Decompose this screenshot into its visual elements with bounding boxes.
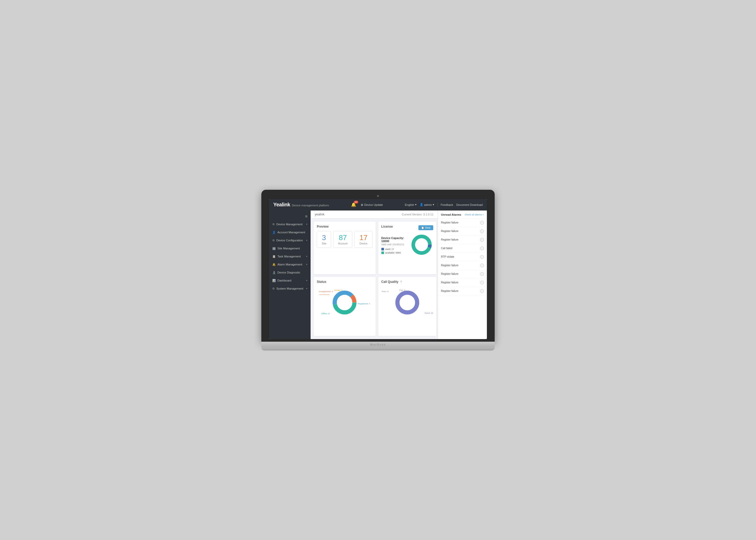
chevron-down-icon-dashboard: ▾ <box>306 279 308 282</box>
device-metric[interactable]: 17 Device <box>354 231 372 248</box>
device-value: 17 <box>359 234 367 242</box>
admin-user-icon: 👤 <box>420 203 423 206</box>
laptop-brand-label: MacBook <box>370 343 386 346</box>
sidebar-label-device-management: Device Management <box>276 223 303 226</box>
chevron-down-icon-config: ▾ <box>306 239 308 242</box>
callquality-help-icon[interactable]: ? <box>400 281 402 283</box>
alarm-info-icon[interactable]: i <box>480 238 484 242</box>
admin-chevron-icon: ▾ <box>433 203 434 206</box>
brand: Yealink Device management platform <box>273 202 329 207</box>
laptop-camera <box>377 195 379 197</box>
sidebar-item-dashboard[interactable]: 📊 Dashboard ▾ <box>269 277 311 285</box>
sidebar-item-device-management[interactable]: ⚙ Device Management ▾ <box>269 220 311 228</box>
license-donut-chart <box>410 233 433 257</box>
admin-menu[interactable]: 👤 admin ▾ <box>420 203 434 206</box>
device-diagnostic-icon: 🔬 <box>272 271 276 274</box>
sidebar-item-site-management[interactable]: 🏢 Site Management <box>269 244 311 252</box>
dashboard-grid: Preview 3 Site 87 Account <box>311 218 438 339</box>
callquality-card-title: Call Quality ? <box>381 280 433 284</box>
check-all-alarms-link[interactable]: Check all alarms » <box>464 213 484 216</box>
document-download-button[interactable]: Document Download <box>456 203 483 206</box>
alarm-item-call-failed[interactable]: Call failed i <box>438 244 487 253</box>
breadcrumb: yealink <box>315 212 324 216</box>
feedback-button[interactable]: Feedback <box>441 203 453 206</box>
alarm-info-icon[interactable]: i <box>480 221 484 224</box>
device-label: Device <box>359 242 367 245</box>
alarm-info-icon[interactable]: i <box>480 264 484 267</box>
sidebar-label-device-diagnostic: Device Diagnostic <box>277 271 300 274</box>
preview-metrics: 3 Site 87 Account 17 Device <box>317 231 373 248</box>
alarm-item[interactable]: Register failure i <box>438 218 487 227</box>
laptop-screen-border: Yealink Device management platform 🔔 17 … <box>261 190 495 342</box>
status-card-title: Status <box>317 280 373 284</box>
lang-chevron-icon: ▾ <box>415 203 417 206</box>
offline-label: Offline: 8 <box>321 312 329 315</box>
sidebar-item-system-management[interactable]: ⚙ System Management ▾ <box>269 285 311 293</box>
alarm-item[interactable]: Register failure i <box>438 278 487 287</box>
status-card: Status <box>314 277 376 336</box>
app-header: Yealink Device management platform 🔔 17 … <box>269 199 487 210</box>
status-chart-area: Unregistered: 2 Invalid: 0 Registered: 7… <box>317 286 373 319</box>
chevron-down-icon-alarm: ▾ <box>306 263 308 266</box>
poor-label: Poor: 0 <box>382 290 389 293</box>
sidebar-label-dashboard: Dashboard <box>277 279 292 282</box>
alarm-item[interactable]: Register failure i <box>438 261 487 270</box>
sidebar-label-site-management: Site Management <box>277 247 300 250</box>
account-metric[interactable]: 87 Account <box>333 231 352 248</box>
license-info: Device Capacity: 10000 Valid until: 2019… <box>381 236 407 254</box>
device-update-icon: 🖥 <box>360 203 363 206</box>
sidebar-item-device-configuration[interactable]: ⚙ Device Configuration ▾ <box>269 236 311 244</box>
alarm-item[interactable]: Register failure i <box>438 236 487 244</box>
alarm-item[interactable]: Register failure i <box>438 287 487 296</box>
view-btn-label: View <box>425 226 431 229</box>
site-metric[interactable]: 3 Site <box>317 231 331 248</box>
legend-available-dot <box>381 251 384 254</box>
license-view-button[interactable]: 📋 View <box>419 225 433 230</box>
alarm-list: Register failure i Register failure i Re… <box>438 218 487 339</box>
notification-bell[interactable]: 🔔 17 <box>351 202 356 207</box>
license-card: License 📋 View Device Capacity: 10000 Va… <box>378 222 436 275</box>
alarm-item[interactable]: Register failure i <box>438 270 487 278</box>
notification-badge: 17 <box>354 201 358 203</box>
alarm-info-icon[interactable]: i <box>480 255 484 259</box>
sidebar-label-alarm-management: Alarm Management <box>277 263 302 266</box>
unregistered-label: Unregistered: 2 <box>318 290 333 293</box>
alarm-info-icon[interactable]: i <box>480 281 484 284</box>
alarm-info-icon[interactable]: i <box>480 246 484 250</box>
alarms-header: Unread Alarms Check all alarms » <box>438 210 487 218</box>
sidebar-item-device-diagnostic[interactable]: 🔬 Device Diagnostic <box>269 269 311 277</box>
system-management-icon: ⚙ <box>272 287 275 290</box>
sidebar-toggle-button[interactable]: ≡ <box>269 212 311 220</box>
device-management-icon: ⚙ <box>272 223 275 226</box>
task-management-icon: 📋 <box>272 255 276 258</box>
laptop-bottom <box>261 347 495 350</box>
alarm-item[interactable]: Register failure i <box>438 227 487 236</box>
sidebar-item-task-management[interactable]: 📋 Task Management ▾ <box>269 252 311 261</box>
laptop-shell: Yealink Device management platform 🔔 17 … <box>261 190 495 350</box>
svg-point-7 <box>337 295 352 310</box>
invalid-label: Invalid: 0 <box>334 289 342 291</box>
header-right: English ▾ 👤 admin ▾ Feedback Document Do… <box>405 203 483 207</box>
good-label: Good: 32 <box>425 312 433 314</box>
sidebar-label-device-configuration: Device Configuration <box>276 239 303 242</box>
site-management-icon: 🏢 <box>272 247 276 250</box>
fair-label: Fair: 0 <box>400 289 406 291</box>
legend-used-dot <box>381 248 384 250</box>
sidebar-item-alarm-management[interactable]: 🔔 Alarm Management ▾ <box>269 261 311 269</box>
sidebar-label-task-management: Task Management <box>277 255 301 258</box>
language-selector[interactable]: English ▾ <box>405 203 417 206</box>
sidebar-label-system-management: System Management <box>276 287 303 290</box>
alarms-title: Unread Alarms <box>441 213 461 216</box>
alarm-info-icon[interactable]: i <box>480 289 484 293</box>
device-update-button[interactable]: 🖥 Device Update <box>360 203 383 206</box>
preview-card: Preview 3 Site 87 Account <box>314 222 376 275</box>
sidebar: ≡ ⚙ Device Management ▾ 👤 Account Manage… <box>269 210 311 339</box>
alarm-item-rtp-violate[interactable]: RTP violate i <box>438 253 487 261</box>
alarm-info-icon[interactable]: i <box>480 272 484 276</box>
app-body: ≡ ⚙ Device Management ▾ 👤 Account Manage… <box>269 210 487 339</box>
sidebar-item-account-management[interactable]: 👤 Account Management <box>269 228 311 236</box>
legend-available: available: 9983 <box>381 251 407 254</box>
chevron-down-icon: ▾ <box>306 223 308 225</box>
alarm-info-icon[interactable]: i <box>480 229 484 233</box>
brand-name: Yealink <box>273 202 290 207</box>
